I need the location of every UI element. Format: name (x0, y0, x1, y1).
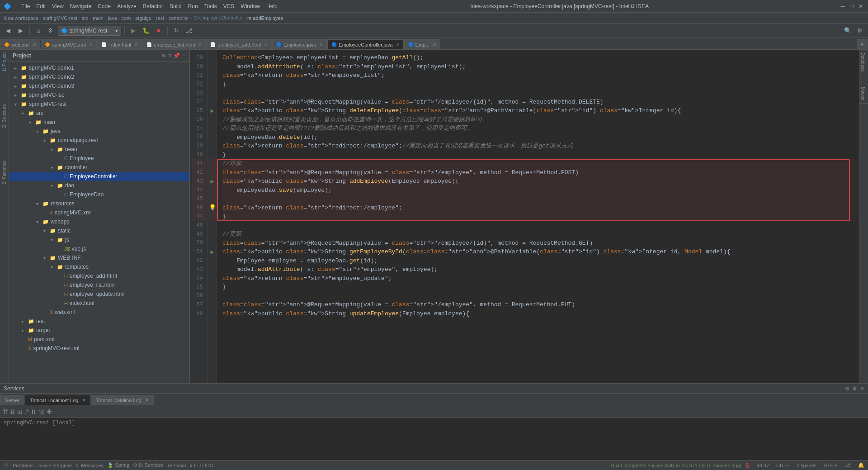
git-button[interactable]: ⎇ (184, 25, 194, 36)
services-link[interactable]: ⚙ 8: Services (133, 462, 163, 468)
tree-item-web-xml[interactable]: Xweb.xml (9, 308, 189, 317)
tree-item-webapp[interactable]: ▾📁webapp (9, 217, 189, 226)
bc-add-employee[interactable]: m addEmployee (247, 15, 283, 21)
tab-close-icon7[interactable]: ✕ (396, 42, 400, 47)
tree-item-dao[interactable]: ▾📁dao (9, 181, 189, 190)
favorites-panel-icon[interactable]: 2: Favorites (1, 160, 8, 185)
tree-item-springmvc-demo2[interactable]: ▸📁springMVC-demo2 (9, 72, 189, 81)
code-editor[interactable]: 2930313233343536373839404142434445464748… (190, 50, 859, 383)
menu-refactor[interactable]: Refactor (140, 2, 166, 10)
bc-controller[interactable]: controller (169, 15, 189, 21)
bc-com[interactable]: com (122, 15, 131, 21)
spring-link[interactable]: 🍃 Spring (107, 462, 129, 468)
menu-edit[interactable]: Edit (33, 2, 48, 10)
bc-java[interactable]: java (108, 15, 117, 21)
bc-src[interactable]: src (82, 15, 89, 21)
tree-item-test[interactable]: ▸📁test (9, 317, 189, 326)
terminal-link[interactable]: Terminal (167, 463, 186, 468)
project-panel-icon[interactable]: 1: Project (1, 52, 8, 72)
database-tab[interactable]: Database (859, 50, 868, 75)
tab-employee-controller[interactable]: 🔵 EmployeeController.java ✕ (327, 39, 403, 49)
run-icon2[interactable]: ▶ (211, 248, 214, 256)
scroll-bottom-icon[interactable]: ⇊ (10, 408, 15, 415)
tree-item-springmvc-rest-iml[interactable]: XspringMVC-rest.iml (9, 344, 189, 353)
bc-rest[interactable]: rest (156, 15, 164, 21)
bc-employee-controller[interactable]: ⬡ EmployeeController (193, 15, 243, 21)
menu-tools[interactable]: Tools (202, 2, 220, 10)
tree-item-employee_add-html[interactable]: Hemployee_add.html (9, 271, 189, 280)
tree-item-js[interactable]: ▾📁js (9, 235, 189, 244)
tree-item-web-inf[interactable]: ▾📁WEB-INF (9, 253, 189, 262)
bulb-icon[interactable]: 💡 (209, 204, 216, 211)
tab-index-html[interactable]: 📄 index.html ✕ (97, 39, 142, 49)
services-expand-icon[interactable]: ⊕ (845, 385, 849, 392)
tree-item-employee[interactable]: CEmployee (9, 154, 189, 163)
add-icon[interactable]: ✚ (47, 408, 52, 415)
tab-employee-add[interactable]: 📄 employee_add.html ✕ (206, 39, 272, 49)
bc-main[interactable]: main (93, 15, 104, 21)
server-tab[interactable]: Server (0, 395, 24, 405)
build-button[interactable]: ▶ (128, 25, 139, 36)
problems-link[interactable]: Problems (13, 463, 33, 468)
tree-item-java[interactable]: ▾📁java (9, 127, 189, 136)
tree-item-vue-js[interactable]: JSvue.js (9, 244, 189, 253)
menu-navigate[interactable]: Navigate (67, 2, 94, 10)
regex-icon[interactable]: .* (24, 408, 28, 415)
sidebar-gear-icon[interactable]: ⚙ (161, 52, 166, 59)
tree-item-springmvc-demo3[interactable]: ▸📁springMVC-demo3 (9, 81, 189, 90)
tab-employee-java[interactable]: 🔵 Employee.java ✕ (272, 39, 327, 49)
back-button[interactable]: ◀ (3, 25, 14, 36)
notification-icon[interactable]: 🔔 (858, 462, 864, 468)
menu-view[interactable]: View (49, 2, 66, 10)
menu-run[interactable]: Run (185, 2, 201, 10)
menu-help[interactable]: Help (264, 2, 280, 10)
code-content[interactable]: Collection<Employee> employeeList = empl… (217, 50, 859, 383)
run-config-button[interactable]: ⚙ (45, 25, 56, 36)
tree-item-target[interactable]: ▸📁target (9, 326, 189, 335)
filter-icon[interactable]: ⊞ (17, 408, 23, 415)
menu-vcs[interactable]: VCS (221, 2, 237, 10)
sidebar-collapse-icon[interactable]: ≡ (168, 52, 171, 59)
settings-button[interactable]: ⚙ (854, 25, 865, 36)
tomcat-localhost-close[interactable]: ✕ (82, 398, 85, 403)
services-close-icon[interactable]: ✕ (860, 385, 864, 392)
scroll-top-icon[interactable]: ⇈ (3, 408, 8, 415)
tree-item-src[interactable]: ▾📁src (9, 109, 189, 118)
sidebar-pin-icon[interactable]: 📌 (173, 52, 180, 59)
clear-icon[interactable]: 🗑 (38, 408, 45, 415)
run-icon[interactable]: ▶ (211, 107, 214, 114)
tree-item-employee_list-html[interactable]: Hemployee_list.html (9, 280, 189, 290)
sidebar-minus-icon[interactable]: ─ (182, 52, 186, 59)
tab-close-icon[interactable]: ✕ (33, 42, 36, 47)
tree-item-springmvc-jsp[interactable]: ▸📁springMVC-jsp (9, 90, 189, 100)
bc-atguigu[interactable]: atguigu (135, 15, 151, 21)
tab-close-icon4[interactable]: ✕ (198, 42, 202, 47)
update-button[interactable]: ↻ (171, 25, 182, 36)
tree-item-controller[interactable]: ▾📁controller (9, 163, 189, 172)
debug-button[interactable]: 🐛 (141, 25, 151, 36)
tab-close-icon8[interactable]: ✕ (433, 42, 436, 47)
tree-item-index-html[interactable]: Hindex.html (9, 299, 189, 308)
tree-item-bean[interactable]: ▾📁bean (9, 145, 189, 154)
tree-item-templates[interactable]: ▾📁templates (9, 262, 189, 271)
tree-item-springmvc-rest[interactable]: ▾📁springMVC-rest (9, 100, 189, 109)
tree-item-pom-xml[interactable]: Mpom.xml (9, 335, 189, 344)
bc-springmvc-rest[interactable]: springMVC-rest (43, 15, 77, 21)
menu-build[interactable]: Build (167, 2, 184, 10)
menu-code[interactable]: Code (95, 2, 113, 10)
pause-icon[interactable]: ⏸ (30, 408, 37, 415)
close-button[interactable]: ✕ (857, 3, 864, 10)
structure-panel-icon[interactable]: Z: Structure (1, 103, 8, 128)
tomcat-localhost-tab[interactable]: Tomcat Localhost Log ✕ (25, 395, 90, 405)
tree-item-employee_update-html[interactable]: Hemployee_update.html (9, 290, 189, 299)
tab-web-xml[interactable]: 🔶 web.xml ✕ (0, 39, 40, 49)
services-settings-icon[interactable]: ⚙ (852, 385, 857, 392)
tree-item-static[interactable]: ▾📁static (9, 226, 189, 235)
project-selector[interactable]: 🔷 springMVC-rest ▾ (58, 26, 121, 36)
run-icon2[interactable]: ▶ (211, 178, 214, 185)
menu-file[interactable]: File (19, 2, 33, 10)
tree-item-springmvc-demo1[interactable]: ▸📁springMVC-demo1 (9, 63, 189, 72)
todo-link[interactable]: ≡ 6: TODO (189, 463, 213, 468)
menu-analyze[interactable]: Analyze (114, 2, 139, 10)
maximize-button[interactable]: □ (848, 3, 855, 10)
